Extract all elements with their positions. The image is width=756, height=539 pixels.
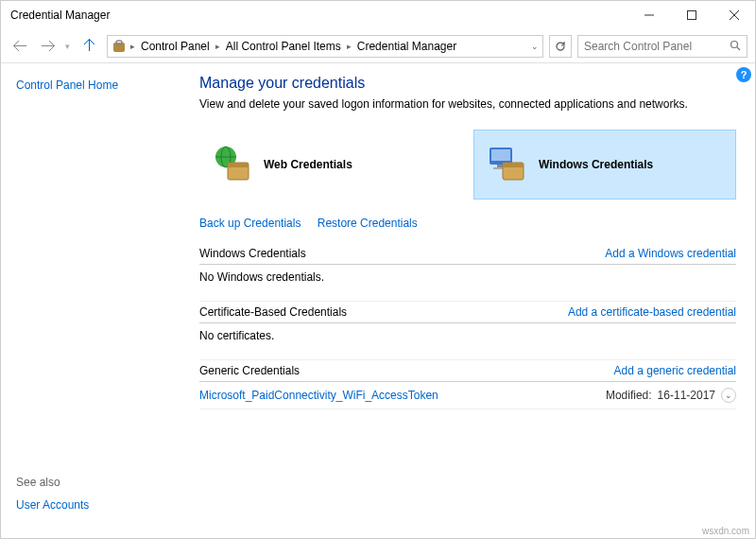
page-title: Manage your credentials	[199, 75, 736, 92]
add-generic-credential-link[interactable]: Add a generic credential	[614, 364, 736, 377]
titlebar: Credential Manager	[1, 1, 755, 29]
svg-rect-1	[687, 11, 696, 20]
search-icon[interactable]	[730, 38, 741, 55]
see-also-label: See also	[16, 476, 165, 489]
windows-credentials-icon	[484, 142, 529, 187]
credential-type-tiles: Web Credentials Windows Credentials	[199, 130, 736, 200]
forward-button[interactable]: 🡢	[37, 35, 60, 58]
credential-name: Microsoft_PaidConnectivity_WiFi_AccessTo…	[199, 389, 438, 402]
breadcrumb-1[interactable]: Control Panel	[139, 40, 212, 53]
chevron-right-icon: ▸	[130, 42, 135, 51]
address-bar[interactable]: ▸ Control Panel ▸ All Control Panel Item…	[107, 35, 543, 58]
chevron-right-icon: ▸	[347, 42, 352, 51]
cert-credentials-header: Certificate-Based Credentials Add a cert…	[199, 302, 736, 323]
cert-credentials-empty: No certificates.	[199, 323, 736, 360]
windows-credentials-tile[interactable]: Windows Credentials	[473, 130, 736, 200]
windows-credentials-empty: No Windows credentials.	[199, 265, 736, 302]
generic-credentials-header: Generic Credentials Add a generic creden…	[199, 360, 736, 382]
page-subtitle: View and delete your saved logon informa…	[199, 97, 736, 111]
windows-credentials-header: Windows Credentials Add a Windows creden…	[199, 243, 736, 265]
search-input[interactable]	[584, 40, 730, 53]
credential-manager-icon	[112, 39, 127, 54]
generic-credentials-title: Generic Credentials	[199, 364, 300, 377]
refresh-button[interactable]	[549, 35, 572, 58]
svg-rect-12	[228, 163, 249, 167]
minimize-button[interactable]	[627, 1, 670, 29]
maximize-button[interactable]	[670, 1, 713, 29]
search-box[interactable]	[577, 35, 747, 58]
main-panel: ? Manage your credentials View and delet…	[180, 63, 755, 538]
windows-credentials-label: Windows Credentials	[539, 158, 653, 171]
chevron-right-icon: ▸	[215, 42, 220, 51]
expand-entry-button[interactable]: ⌄	[721, 388, 736, 403]
close-button[interactable]	[713, 1, 755, 29]
breadcrumb-3[interactable]: Credential Manager	[355, 40, 458, 53]
toolbar: 🡠 🡢 ▾ 🡡 ▸ Control Panel ▸ All Control Pa…	[1, 29, 755, 63]
svg-line-7	[737, 47, 740, 50]
dropdown-icon[interactable]: ⌄	[531, 42, 539, 51]
help-icon[interactable]: ?	[736, 67, 751, 82]
content-area: Control Panel Home See also User Account…	[1, 63, 755, 538]
action-links: Back up Credentials Restore Credentials	[199, 217, 736, 230]
breadcrumb-2[interactable]: All Control Panel Items	[224, 40, 343, 53]
svg-rect-18	[503, 163, 524, 167]
add-cert-credential-link[interactable]: Add a certificate-based credential	[568, 305, 736, 319]
sidebar-home-link[interactable]: Control Panel Home	[16, 78, 165, 92]
backup-credentials-link[interactable]: Back up Credentials	[199, 217, 301, 230]
svg-rect-4	[113, 43, 125, 52]
window-title: Credential Manager	[10, 9, 627, 22]
web-credentials-icon	[209, 142, 254, 187]
add-windows-credential-link[interactable]: Add a Windows credential	[605, 247, 736, 260]
modified-label: Modified:	[606, 389, 652, 402]
modified-date: 16-11-2017	[658, 389, 715, 402]
watermark: wsxdn.com	[702, 526, 749, 536]
svg-point-6	[731, 41, 738, 47]
svg-rect-14	[491, 149, 510, 161]
cert-credentials-title: Certificate-Based Credentials	[199, 305, 347, 319]
credential-modified: Modified: 16-11-2017 ⌄	[606, 388, 736, 403]
web-credentials-tile[interactable]: Web Credentials	[199, 130, 460, 200]
sidebar: Control Panel Home See also User Account…	[1, 63, 180, 538]
generic-credential-entry[interactable]: Microsoft_PaidConnectivity_WiFi_AccessTo…	[199, 382, 736, 409]
back-button[interactable]: 🡠	[9, 35, 31, 58]
web-credentials-label: Web Credentials	[264, 158, 352, 171]
up-button[interactable]: 🡡	[78, 35, 101, 58]
windows-credentials-title: Windows Credentials	[199, 247, 306, 260]
restore-credentials-link[interactable]: Restore Credentials	[318, 217, 418, 230]
recent-locations-button[interactable]: ▾	[65, 42, 73, 51]
sidebar-user-accounts-link[interactable]: User Accounts	[16, 498, 165, 512]
